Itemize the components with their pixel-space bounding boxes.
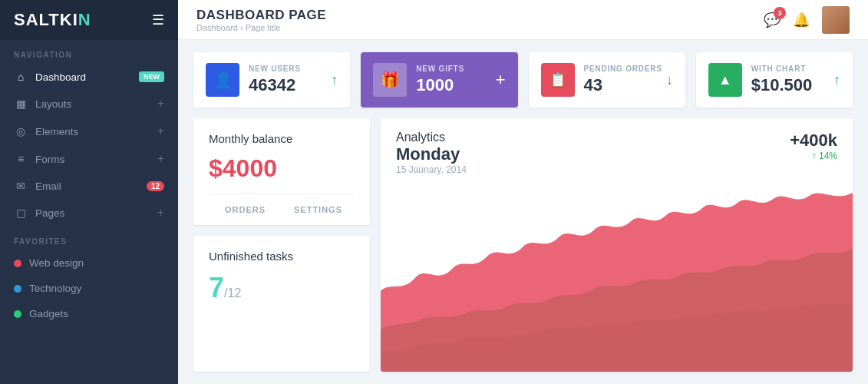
balance-tabs: ORDERS SETTINGS xyxy=(209,194,355,219)
balance-title: Monthly balance xyxy=(209,132,355,145)
sidebar: SALTKIN ☰ NAVIGATION ⌂ Dashboard NEW ▦ L… xyxy=(0,0,178,384)
page-title-block: DASHBOARD PAGE Dashboard › Page title xyxy=(196,8,326,32)
sidebar-item-elements[interactable]: ◎ Elements + xyxy=(0,118,178,145)
page-title: DASHBOARD PAGE xyxy=(196,8,326,23)
analytics-stat: +400k ↑ 14% xyxy=(790,131,837,161)
topbar-icons: 💬 3 🔔 xyxy=(764,6,850,34)
notification-badge: 3 xyxy=(774,7,786,19)
stat-value: 46342 xyxy=(249,75,331,95)
sidebar-item-label: Gadgets xyxy=(29,308,164,319)
sidebar-item-email[interactable]: ✉ Email 12 xyxy=(0,173,178,199)
stat-info-pending: PENDING ORDERS 43 xyxy=(584,65,666,95)
sidebar-item-label: Technology xyxy=(29,283,164,294)
tasks-count-row: 7/12 xyxy=(209,272,355,304)
stat-card-pending-orders: 📋 PENDING ORDERS 43 ↓ xyxy=(529,52,685,108)
sidebar-item-pages[interactable]: ▢ Pages + xyxy=(0,199,178,227)
analytics-date: 15 Jaunary, 2014 xyxy=(396,164,467,175)
sidebar-item-label: Email xyxy=(35,180,142,192)
balance-amount: $4000 xyxy=(209,154,355,183)
stat-info-chart: WITH CHART $10.500 xyxy=(751,65,833,95)
sidebar-item-label: Pages xyxy=(35,207,154,219)
stat-value: $10.500 xyxy=(751,75,833,95)
balance-card: Monthly balance $4000 ORDERS SETTINGS xyxy=(193,118,370,225)
analytics-day: Monday xyxy=(396,144,467,164)
stat-value: 43 xyxy=(584,75,666,95)
gadgets-dot xyxy=(14,310,21,318)
sidebar-item-layouts[interactable]: ▦ Layouts + xyxy=(0,90,178,118)
chart-icon-box: ▲ xyxy=(708,63,742,97)
plus-icon: + xyxy=(157,97,164,111)
bell-icon: 🔔 xyxy=(793,12,810,28)
sidebar-item-label: Elements xyxy=(35,126,154,137)
sidebar-item-technology[interactable]: Technology xyxy=(0,276,178,301)
sidebar-header: SALTKIN ☰ xyxy=(0,0,178,40)
chart-icon: ▲ xyxy=(718,72,732,88)
sidebar-item-label: Dashboard xyxy=(35,71,134,83)
gift-icon: 🎁 xyxy=(381,71,400,89)
sidebar-item-forms[interactable]: ≡ Forms + xyxy=(0,145,178,173)
settings-tab[interactable]: SETTINGS xyxy=(282,200,355,219)
stat-info-new-users: NEW USERS 46342 xyxy=(249,65,331,95)
trend-up-icon: ↑ xyxy=(833,72,840,88)
left-panel: Monthly balance $4000 ORDERS SETTINGS Un… xyxy=(193,118,370,372)
trend-plus-icon: + xyxy=(496,70,506,90)
stat-info-new-gifts: NEW GIFTS 1000 xyxy=(416,65,495,95)
sidebar-item-label: Web design xyxy=(29,257,164,269)
breadcrumb-page: Page title xyxy=(246,23,281,32)
breadcrumb: Dashboard › Page title xyxy=(196,23,326,32)
topbar: DASHBOARD PAGE Dashboard › Page title 💬 … xyxy=(178,0,868,40)
hamburger-icon[interactable]: ☰ xyxy=(152,12,164,28)
orders-icon: 📋 xyxy=(550,71,566,88)
bottom-row: Monthly balance $4000 ORDERS SETTINGS Un… xyxy=(193,118,853,372)
avatar-image xyxy=(822,6,850,34)
favorites-section-label: FAVORITES xyxy=(0,227,178,250)
analytics-title: Analytics xyxy=(396,131,467,144)
chart-area xyxy=(381,181,853,372)
sidebar-item-label: Forms xyxy=(35,154,154,165)
webdesign-dot xyxy=(14,260,21,267)
user-avatar[interactable] xyxy=(822,6,850,34)
sidebar-item-gadgets[interactable]: Gadgets xyxy=(0,301,178,326)
stat-label: WITH CHART xyxy=(751,65,833,73)
plus-icon: + xyxy=(157,124,164,138)
notifications-button[interactable]: 💬 3 xyxy=(764,12,781,28)
orders-tab[interactable]: ORDERS xyxy=(209,200,282,219)
analytics-big-stat: +400k xyxy=(790,131,837,151)
user-icon-box: 👤 xyxy=(206,63,239,97)
sidebar-item-dashboard[interactable]: ⌂ Dashboard NEW xyxy=(0,64,178,90)
plus-icon: + xyxy=(157,152,164,166)
email-icon: ✉ xyxy=(14,180,28,192)
plus-icon: + xyxy=(157,206,164,220)
layouts-icon: ▦ xyxy=(14,98,28,110)
tasks-count: 7 xyxy=(209,272,224,303)
trend-down-icon: ↓ xyxy=(666,72,673,88)
nav-section-label: NAVIGATION xyxy=(0,40,178,64)
pages-icon: ▢ xyxy=(14,207,28,219)
stat-card-new-users: 👤 NEW USERS 46342 ↑ xyxy=(193,52,350,108)
sidebar-item-label: Layouts xyxy=(35,98,154,110)
badge-new: NEW xyxy=(139,71,164,82)
tasks-card: Unfinished tasks 7/12 xyxy=(193,236,370,372)
stat-card-with-chart: ▲ WITH CHART $10.500 ↑ xyxy=(696,52,853,108)
trend-up-icon: ↑ xyxy=(331,72,338,88)
stat-label: NEW USERS xyxy=(249,65,331,73)
main-content: DASHBOARD PAGE Dashboard › Page title 💬 … xyxy=(178,0,868,384)
bell-button[interactable]: 🔔 xyxy=(793,12,810,28)
tasks-total: /12 xyxy=(224,286,241,300)
user-icon: 👤 xyxy=(213,71,233,89)
stat-value: 1000 xyxy=(416,75,495,95)
analytics-pct-stat: ↑ 14% xyxy=(790,151,837,161)
email-badge: 12 xyxy=(147,181,164,191)
gift-icon-box: 🎁 xyxy=(373,63,407,97)
logo-accent: N xyxy=(78,10,91,29)
sidebar-item-webdesign[interactable]: Web design xyxy=(0,250,178,276)
tasks-title: Unfinished tasks xyxy=(209,250,355,263)
stat-label: NEW GIFTS xyxy=(416,65,495,73)
analytics-header: Analytics Monday 15 Jaunary, 2014 +400k … xyxy=(381,118,853,181)
analytics-panel: Analytics Monday 15 Jaunary, 2014 +400k … xyxy=(381,118,853,372)
stat-card-new-gifts: 🎁 NEW GIFTS 1000 + xyxy=(361,52,517,108)
breadcrumb-arrow: › xyxy=(240,23,246,32)
technology-dot xyxy=(14,285,21,293)
stat-label: PENDING ORDERS xyxy=(584,65,666,73)
forms-icon: ≡ xyxy=(14,153,28,165)
